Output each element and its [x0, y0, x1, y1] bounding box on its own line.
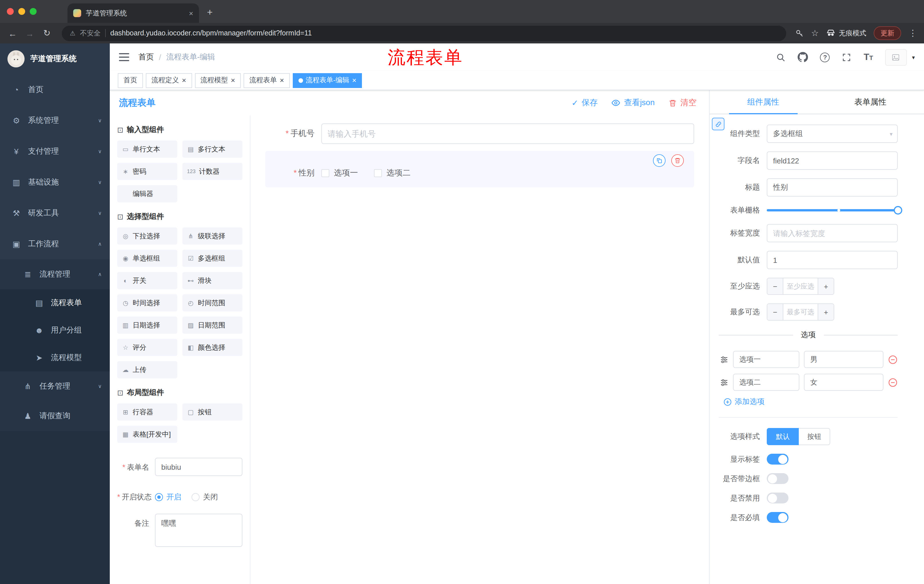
palette-item-multiline-text[interactable]: ▤多行文本: [182, 141, 243, 158]
palette-item-upload[interactable]: ☁上传: [117, 361, 177, 378]
url-text[interactable]: dashboard.yudao.iocoder.cn/bpm/manager/f…: [111, 29, 312, 37]
checkbox-box[interactable]: [321, 169, 329, 177]
tab-close-icon[interactable]: ×: [189, 9, 193, 17]
required-toggle[interactable]: [767, 512, 789, 523]
grid-slider[interactable]: [767, 209, 898, 211]
palette-item-time-range[interactable]: ◴时间范围: [182, 294, 243, 311]
gender-option-2-checkbox[interactable]: 选项二: [374, 168, 411, 178]
tab-component-props[interactable]: 组件属性: [710, 90, 817, 114]
palette-item-color-picker[interactable]: ◧颜色选择: [182, 339, 243, 356]
fullscreen-icon[interactable]: [842, 52, 852, 62]
breadcrumb-home[interactable]: 首页: [139, 52, 154, 62]
sidebar-item-home[interactable]: ◔ 首页: [0, 74, 110, 105]
label-width-input[interactable]: [767, 224, 898, 242]
tab-form-props[interactable]: 表单属性: [817, 90, 924, 114]
canvas-field-phone[interactable]: 手机号: [265, 123, 694, 144]
palette-item-rate[interactable]: ☆评分: [117, 339, 177, 356]
palette-item-cascader[interactable]: ⋔级联选择: [182, 227, 243, 245]
sidebar-toggle-icon[interactable]: [119, 53, 129, 61]
palette-item-single-text[interactable]: ▭单行文本: [117, 141, 177, 158]
drag-handle-icon[interactable]: [720, 378, 728, 387]
link-icon[interactable]: [712, 118, 724, 130]
help-icon[interactable]: ?: [820, 52, 830, 62]
sidebar-item-leave-query[interactable]: ♟ 请假查询: [0, 401, 110, 431]
component-type-select[interactable]: 多选框组 ▾: [767, 125, 898, 143]
palette-item-select[interactable]: ◎下拉选择: [117, 227, 177, 245]
status-on-radio[interactable]: 开启: [155, 492, 181, 502]
decrease-button[interactable]: −: [767, 278, 783, 294]
max-select-value[interactable]: 最多可选: [783, 304, 818, 320]
tag-process-form-edit[interactable]: 流程表单-编辑 ×: [293, 73, 362, 88]
drag-handle-icon[interactable]: [720, 355, 728, 364]
palette-item-switch[interactable]: ◐开关: [117, 272, 177, 289]
add-option-button[interactable]: 添加选项: [719, 396, 898, 407]
field-name-input[interactable]: [767, 151, 898, 170]
security-label[interactable]: 不安全: [80, 28, 101, 38]
sidebar-item-process-model[interactable]: ➤ 流程模型: [0, 344, 110, 372]
sidebar-item-workflow[interactable]: ▣ 工作流程 ∧: [0, 229, 110, 260]
close-icon[interactable]: ×: [352, 77, 356, 84]
save-button[interactable]: ✓ 保存: [571, 98, 597, 108]
sidebar-item-system-management[interactable]: ⚙ 系统管理 ∨: [0, 105, 110, 136]
form-canvas[interactable]: 手机号 性别 选项一: [251, 115, 709, 584]
disabled-toggle[interactable]: [767, 493, 789, 503]
close-icon[interactable]: ×: [231, 77, 235, 84]
palette-item-row-container[interactable]: ⊞行容器: [117, 403, 177, 421]
remove-option-button[interactable]: [888, 355, 898, 364]
option-2-value-input[interactable]: [804, 374, 883, 391]
form-remark-textarea[interactable]: 嘿嘿: [155, 514, 243, 547]
min-select-value[interactable]: 至少应选: [783, 278, 818, 294]
sidebar-item-infrastructure[interactable]: ▥ 基础设施 ∨: [0, 167, 110, 198]
status-off-radio[interactable]: 关闭: [191, 492, 218, 502]
canvas-field-gender-selected[interactable]: 性别 选项一 选项二: [265, 151, 694, 188]
palette-item-button[interactable]: ▢按钮: [182, 403, 243, 421]
increase-button[interactable]: +: [818, 278, 834, 294]
browser-menu-icon[interactable]: ⋮: [909, 28, 917, 38]
remove-option-button[interactable]: [888, 377, 898, 387]
style-button-button[interactable]: 按钮: [799, 428, 830, 445]
search-icon[interactable]: [776, 52, 786, 62]
palette-item-radio-group[interactable]: ◉单选框组: [117, 250, 177, 267]
palette-item-editor[interactable]: 编辑器: [117, 185, 177, 202]
back-button[interactable]: ←: [7, 28, 18, 38]
close-window-button[interactable]: [7, 8, 14, 15]
default-value-input[interactable]: [767, 251, 898, 269]
sidebar-item-task-management[interactable]: ⋔ 任务管理 ∨: [0, 372, 110, 401]
tag-process-model[interactable]: 流程模型 ×: [195, 73, 241, 88]
close-icon[interactable]: ×: [280, 77, 284, 84]
close-icon[interactable]: ×: [182, 77, 186, 84]
sidebar-item-payment-management[interactable]: ¥ 支付管理 ∨: [0, 136, 110, 167]
sidebar-item-dev-tools[interactable]: ⚒ 研发工具 ∨: [0, 198, 110, 229]
key-icon[interactable]: [795, 29, 804, 38]
with-border-toggle[interactable]: [767, 473, 789, 484]
option-2-label-input[interactable]: [733, 374, 799, 391]
style-default-button[interactable]: 默认: [767, 428, 799, 445]
avatar-caret-icon[interactable]: ▾: [912, 54, 915, 60]
gender-option-1-checkbox[interactable]: 选项一: [321, 168, 358, 178]
tag-home[interactable]: 首页: [118, 73, 143, 88]
form-name-input[interactable]: [155, 458, 243, 476]
view-json-button[interactable]: 查看json: [612, 98, 655, 108]
slider-handle[interactable]: [894, 206, 902, 215]
sidebar-item-user-group[interactable]: ☻ 用户分组: [0, 317, 110, 344]
palette-item-date-range[interactable]: ▨日期范围: [182, 317, 243, 334]
address-bar[interactable]: ⚠ 不安全 dashboard.yudao.iocoder.cn/bpm/man…: [62, 25, 786, 41]
copy-field-button[interactable]: [653, 154, 665, 167]
sidebar-item-process-management[interactable]: ≣ 流程管理 ∧: [0, 260, 110, 289]
tag-process-definition[interactable]: 流程定义 ×: [146, 73, 192, 88]
decrease-button[interactable]: −: [767, 304, 783, 320]
palette-item-date-picker[interactable]: ▥日期选择: [117, 317, 177, 334]
checkbox-box[interactable]: [374, 169, 382, 177]
title-input[interactable]: [767, 178, 898, 197]
palette-item-table[interactable]: ▦表格[开发中]: [117, 426, 177, 443]
palette-item-time-picker[interactable]: ◷时间选择: [117, 294, 177, 311]
palette-item-counter[interactable]: 123计数器: [182, 163, 243, 180]
zoom-window-button[interactable]: [30, 8, 36, 15]
forward-button[interactable]: →: [24, 28, 35, 38]
github-icon[interactable]: [798, 52, 808, 62]
minimize-window-button[interactable]: [18, 8, 25, 15]
new-tab-button[interactable]: +: [207, 7, 213, 18]
phone-input[interactable]: [321, 123, 694, 144]
tag-process-form[interactable]: 流程表单 ×: [244, 73, 290, 88]
palette-item-checkbox-group[interactable]: ☑多选框组: [182, 250, 243, 267]
